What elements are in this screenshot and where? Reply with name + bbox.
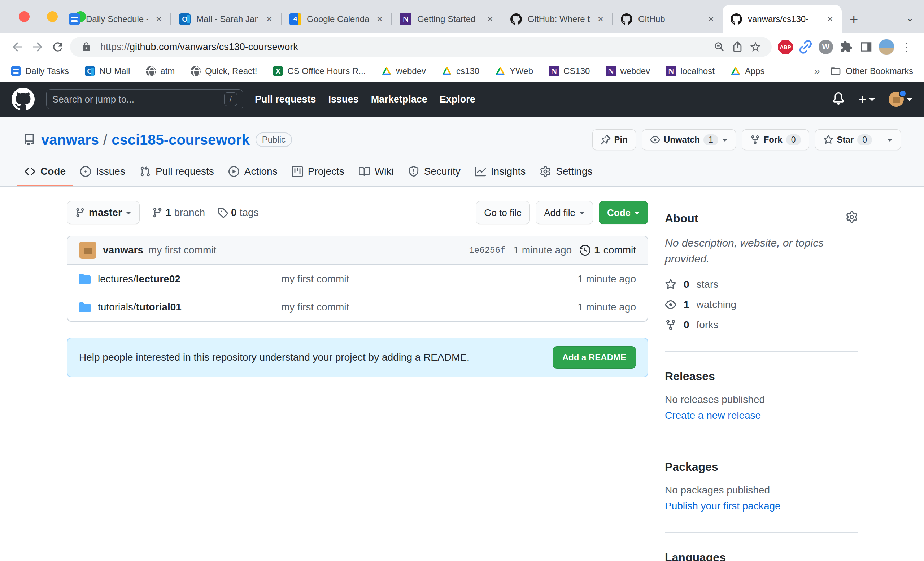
- window-minimize-button[interactable]: [47, 11, 58, 22]
- tab-github-home[interactable]: GitHub: Where t ×: [502, 5, 612, 33]
- bookmark-cs130-drive[interactable]: cs130: [442, 66, 479, 76]
- bookmark-localhost[interactable]: Nlocalhost: [666, 66, 715, 76]
- bookmark-cs-office-hours[interactable]: XCS Office Hours R...: [273, 66, 366, 76]
- close-icon[interactable]: ×: [825, 14, 835, 25]
- tab-settings[interactable]: Settings: [533, 158, 600, 186]
- branches-link[interactable]: 1branch: [152, 207, 205, 218]
- repo-name-link[interactable]: csci185-coursework: [111, 132, 249, 148]
- share-icon[interactable]: [728, 38, 746, 56]
- forward-button[interactable]: [27, 37, 48, 57]
- repo-owner-link[interactable]: vanwars: [41, 132, 99, 148]
- back-button[interactable]: [7, 37, 27, 57]
- publish-package-link[interactable]: Publish your first package: [665, 500, 858, 512]
- tags-link[interactable]: 0tags: [217, 207, 259, 218]
- star-dropdown[interactable]: [880, 130, 892, 150]
- branch-selector-button[interactable]: master: [67, 201, 140, 224]
- address-bar[interactable]: https://github.com/vanwars/cs130-coursew…: [70, 37, 772, 57]
- bookmark-cs130-nw[interactable]: NCS130: [549, 66, 590, 76]
- tab-search-chevron-icon[interactable]: ⌄: [906, 13, 914, 24]
- close-icon[interactable]: ×: [154, 14, 164, 25]
- tab-security[interactable]: Security: [401, 158, 468, 186]
- tab-getting-started[interactable]: N Getting Started ×: [392, 5, 502, 33]
- tab-issues[interactable]: Issues: [73, 158, 132, 186]
- file-commit-message-link[interactable]: my first commit: [281, 273, 549, 285]
- go-to-file-button[interactable]: Go to file: [476, 201, 530, 224]
- w-extension-icon[interactable]: W: [816, 37, 836, 57]
- tab-code[interactable]: Code: [17, 158, 73, 186]
- stars-stat-link[interactable]: 0stars: [665, 279, 858, 290]
- fork-button[interactable]: Fork0: [742, 129, 809, 150]
- nav-issues[interactable]: Issues: [328, 94, 359, 105]
- adblock-extension-icon[interactable]: ABP: [775, 37, 795, 57]
- file-path-link[interactable]: lectures/lecture02: [98, 273, 180, 285]
- tab-projects[interactable]: Projects: [285, 158, 351, 186]
- file-commit-message-link[interactable]: my first commit: [281, 302, 549, 313]
- tab-mail[interactable]: O Mail - Sarah Jan ×: [171, 5, 281, 33]
- tab-vanwars-repo-active[interactable]: vanwars/cs130- ×: [723, 5, 842, 33]
- bookmark-daily-tasks[interactable]: Daily Tasks: [11, 66, 69, 76]
- lock-icon[interactable]: [77, 38, 95, 56]
- bookmarks-overflow-icon[interactable]: »: [814, 65, 820, 77]
- bookmark-star-icon[interactable]: [746, 38, 765, 56]
- bookmark-apps[interactable]: Apps: [730, 66, 765, 76]
- side-panel-icon[interactable]: [856, 37, 876, 57]
- close-icon[interactable]: ×: [596, 14, 606, 25]
- tab-daily-schedule[interactable]: Daily Schedule - ×: [61, 5, 170, 33]
- commit-sha-link[interactable]: 1e6256f: [469, 246, 506, 255]
- reload-button[interactable]: [48, 37, 68, 57]
- github-logo-icon[interactable]: [12, 88, 34, 111]
- bookmark-quick-react[interactable]: Quick, React!: [190, 66, 257, 76]
- pin-button[interactable]: Pin: [592, 129, 636, 150]
- create-release-link[interactable]: Create a new release: [665, 410, 858, 421]
- profile-avatar[interactable]: [876, 37, 897, 57]
- file-path-link[interactable]: tutorials/tutorial01: [98, 302, 182, 313]
- bookmark-yweb[interactable]: YWeb: [495, 66, 533, 76]
- close-icon[interactable]: ×: [264, 14, 274, 25]
- bookmark-nu-mail[interactable]: ONU Mail: [85, 66, 130, 76]
- new-tab-button[interactable]: +: [850, 12, 858, 27]
- close-icon[interactable]: ×: [375, 14, 385, 25]
- tab-google-calendar[interactable]: 4 Google Calenda ×: [282, 5, 391, 33]
- tab-insights[interactable]: Insights: [468, 158, 533, 186]
- commits-history-link[interactable]: 1commit: [580, 244, 636, 256]
- file-row-lectures[interactable]: lectures/lecture02 my first commit 1 min…: [68, 265, 648, 293]
- nav-marketplace[interactable]: Marketplace: [371, 94, 428, 105]
- user-menu[interactable]: [889, 92, 912, 107]
- close-icon[interactable]: ×: [706, 14, 716, 25]
- nav-pull-requests[interactable]: Pull requests: [255, 94, 316, 105]
- user-avatar[interactable]: [889, 92, 904, 107]
- bookmark-webdev-drive[interactable]: webdev: [381, 66, 426, 76]
- tab-wiki[interactable]: Wiki: [351, 158, 401, 186]
- window-close-button[interactable]: [19, 11, 30, 22]
- link-extension-icon[interactable]: [795, 37, 816, 57]
- edit-about-gear-icon[interactable]: [846, 211, 858, 226]
- browser-menu-icon[interactable]: ⋮: [897, 37, 917, 57]
- other-bookmarks[interactable]: Other Bookmarks: [830, 65, 913, 77]
- forks-stat-link[interactable]: 0forks: [665, 319, 858, 331]
- commit-message-link[interactable]: my first commit: [148, 244, 216, 256]
- create-new-button[interactable]: +: [858, 92, 875, 106]
- tab-actions[interactable]: Actions: [221, 158, 285, 186]
- tab-pull-requests[interactable]: Pull requests: [132, 158, 221, 186]
- zoom-out-icon[interactable]: [710, 38, 728, 56]
- tab-github[interactable]: GitHub ×: [613, 5, 723, 33]
- bookmark-webdev-nw[interactable]: Nwebdev: [606, 66, 650, 76]
- close-icon[interactable]: ×: [485, 14, 495, 25]
- search-input[interactable]: [52, 94, 224, 105]
- nav-explore[interactable]: Explore: [440, 94, 476, 105]
- commit-author-avatar[interactable]: [79, 242, 96, 259]
- url-text[interactable]: https://github.com/vanwars/cs130-coursew…: [100, 42, 710, 53]
- add-readme-button[interactable]: Add a README: [553, 346, 636, 369]
- excel-icon: X: [273, 66, 283, 76]
- code-button[interactable]: Code: [599, 201, 648, 224]
- add-file-button[interactable]: Add file: [536, 201, 593, 224]
- star-button[interactable]: Star0: [815, 129, 901, 150]
- watching-stat-link[interactable]: 1watching: [665, 299, 858, 310]
- notifications-bell-icon[interactable]: [832, 92, 844, 106]
- unwatch-button[interactable]: Unwatch1: [642, 129, 736, 150]
- commit-author-link[interactable]: vanwars: [103, 244, 143, 256]
- bookmark-atm[interactable]: atm: [146, 66, 175, 76]
- file-row-tutorials[interactable]: tutorials/tutorial01 my first commit 1 m…: [68, 293, 648, 321]
- extensions-puzzle-icon[interactable]: [836, 37, 856, 57]
- github-search-box[interactable]: /: [46, 89, 243, 110]
